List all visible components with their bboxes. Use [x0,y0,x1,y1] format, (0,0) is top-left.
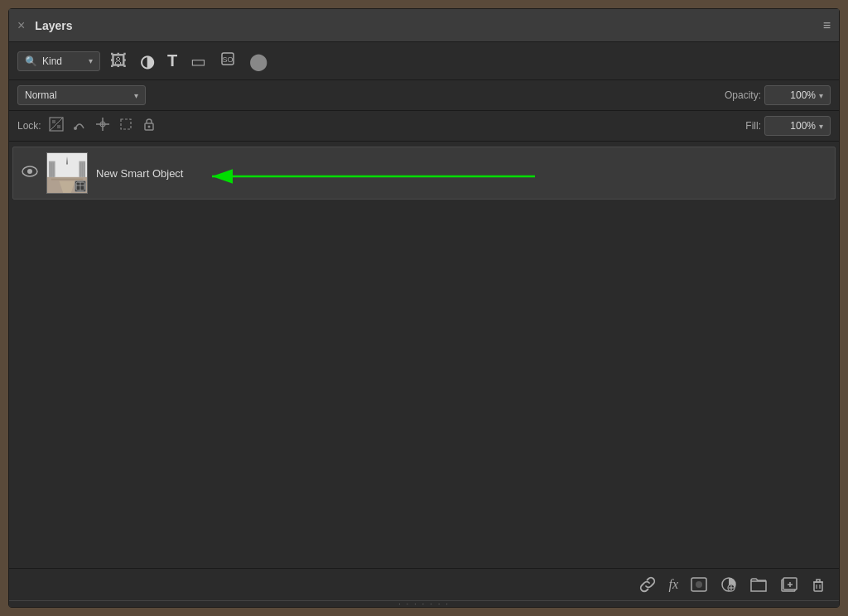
opacity-label: Opacity: [725,89,761,101]
lock-label: Lock: [17,120,41,132]
opacity-select[interactable]: 100% ▾ [764,85,831,105]
lock-transparent-icon[interactable] [48,116,65,136]
svg-rect-22 [80,163,80,177]
opacity-value: 100% [772,89,816,101]
shape-filter-icon[interactable]: ▭ [187,50,210,73]
svg-rect-18 [50,163,51,177]
lock-all-icon[interactable] [141,116,157,136]
svg-rect-10 [121,119,131,129]
fill-value: 100% [772,120,816,132]
fill-chevron: ▾ [819,122,823,131]
blend-row: Normal ▾ Opacity: 100% ▾ [9,80,839,111]
resize-handle[interactable]: · · · · · · · [9,600,839,607]
svg-point-12 [147,126,150,128]
layer-thumbnail [46,152,88,194]
panel-menu-icon[interactable]: ≡ [823,18,831,33]
blend-chevron: ▾ [134,91,138,100]
svg-rect-4 [52,120,55,123]
bottom-toolbar: fx [9,568,839,600]
panel-title: Layers [35,19,72,32]
filter-bar: 🔍 Kind ▾ 🖼 ◑ T ▭ SO ⬤ [9,42,839,80]
search-icon: 🔍 [25,55,37,67]
lock-icons [48,116,157,136]
type-filter-icon[interactable]: T [164,50,181,72]
fill-group: Fill: 100% ▾ [745,116,831,136]
new-layer-icon[interactable] [779,575,797,594]
fill-select[interactable]: 100% ▾ [764,116,831,136]
smart-object-badge [75,180,86,192]
delete-layer-icon[interactable] [809,575,827,594]
opacity-chevron: ▾ [819,91,823,100]
layers-panel: × Layers ≡ 🔍 Kind ▾ 🖼 ◑ T ▭ SO ⬤ Normal … [8,8,840,608]
opacity-group: Opacity: 100% ▾ [725,85,831,105]
blend-mode-select[interactable]: Normal ▾ [17,85,146,105]
layer-name: New Smart Object [96,167,826,180]
kind-select[interactable]: 🔍 Kind ▾ [17,51,100,71]
fill-label: Fill: [745,120,761,132]
create-group-icon[interactable] [749,575,768,594]
smart-filter-icon[interactable]: SO [216,49,239,73]
svg-rect-20 [53,163,54,177]
adjustment-filter-icon[interactable]: ◑ [137,50,157,73]
svg-rect-24 [84,163,84,177]
svg-point-6 [74,127,77,130]
visibility-eye-icon[interactable] [22,165,38,181]
svg-point-14 [27,169,32,174]
layer-visibility[interactable] [22,165,38,181]
svg-line-3 [50,118,63,131]
svg-point-35 [696,581,702,588]
pixel-filter-icon[interactable]: ⬤ [246,50,271,73]
lock-position-icon[interactable] [94,116,111,136]
svg-rect-5 [57,125,60,128]
title-bar: × Layers ≡ [9,9,839,42]
kind-label: Kind [42,55,62,67]
blend-mode-label: Normal [25,89,129,101]
kind-chevron: ▾ [89,56,93,65]
lock-row: Lock: [9,111,839,142]
close-button[interactable]: × [17,19,25,32]
svg-rect-23 [82,163,83,177]
layer-item[interactable]: New Smart Object [12,147,836,200]
svg-rect-19 [51,163,52,177]
lock-artboard-icon[interactable] [118,116,134,136]
lock-pixels-icon[interactable] [71,116,88,136]
adjustment-layer-icon[interactable] [720,575,738,594]
resize-dots: · · · · · · · [398,599,450,609]
layers-list: New Smart Object [9,142,839,568]
fx-icon[interactable]: fx [668,577,678,592]
image-filter-icon[interactable]: 🖼 [107,50,130,72]
layers-content: New Smart Object [9,142,839,568]
link-layers-icon[interactable] [638,575,657,594]
add-mask-icon[interactable] [690,575,708,594]
svg-rect-44 [814,582,822,591]
title-bar-left: × Layers [17,19,73,32]
svg-text:SO: SO [223,55,234,64]
